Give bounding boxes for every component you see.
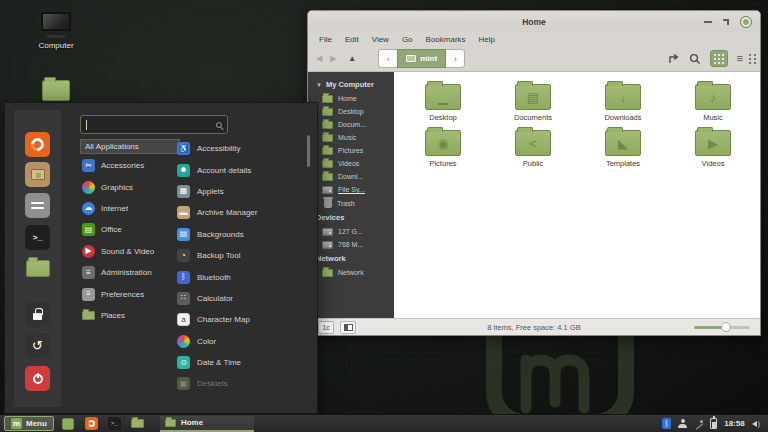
category-accessories[interactable]: ✂Accessories (82, 155, 177, 176)
breadcrumb-next-button[interactable]: › (446, 49, 465, 68)
terminal-favorite-button[interactable]: >_ (25, 225, 50, 250)
folder-emblem: ▁ (426, 85, 460, 109)
sidebar-item-videos[interactable]: Videos (308, 157, 394, 170)
maximize-button[interactable] (723, 19, 729, 25)
category-administration[interactable]: ≡Administration (82, 262, 177, 283)
app-color[interactable]: Color (177, 331, 307, 352)
category-sound-video[interactable]: ▶Sound & Video (82, 241, 177, 262)
category-all-applications[interactable]: All Applications (80, 139, 180, 154)
app-account-details[interactable]: ☻Account details (177, 159, 307, 180)
zoom-slider-knob[interactable] (721, 322, 731, 332)
sidebar-item-pictures[interactable]: Pictures (308, 144, 394, 157)
firefox-launcher[interactable] (83, 416, 100, 431)
file-view[interactable]: ▁Desktop▤Documents↓Downloads♪Music◉Pictu… (394, 72, 760, 318)
folder-item-videos[interactable]: ▶Videos (668, 126, 758, 172)
status-bar: 1c 8 items, Free space: 4.1 GB (308, 318, 760, 335)
volume-icon[interactable]: ) (752, 420, 760, 427)
folder-icon: ◣ (605, 130, 641, 156)
list-view-button[interactable]: ≡ (737, 53, 743, 64)
folder-item-downloads[interactable]: ↓Downloads (578, 80, 668, 126)
app-calculator[interactable]: ∷Calculator (177, 288, 307, 309)
folder-emblem: ◉ (426, 131, 460, 155)
app-archive-manager[interactable]: ▬Archive Manager (177, 202, 307, 223)
up-icon[interactable]: ▲ (348, 54, 356, 63)
search-icon[interactable] (689, 53, 701, 65)
sidebar-item-file-sy[interactable]: File Sy... (308, 183, 394, 196)
lock-screen-favorite-button[interactable] (25, 302, 50, 327)
expander-icon[interactable]: ▼ (316, 82, 322, 88)
app-backgrounds[interactable]: ▤Backgrounds (177, 224, 307, 245)
app-label: Backup Tool (197, 251, 240, 260)
shutdown-favorite-button[interactable] (25, 366, 50, 391)
terminal-launcher[interactable]: >_ (106, 416, 123, 431)
desktop-icon-home-folder[interactable] (24, 76, 88, 101)
app-backup-tool[interactable]: ◔Backup Tool (177, 245, 307, 266)
sidebar-item-docum[interactable]: Docum... (308, 118, 394, 131)
sidebar-item-downl[interactable]: Downl... (308, 170, 394, 183)
files-launcher[interactable] (129, 416, 146, 431)
breadcrumb-prev-button[interactable]: ‹ (378, 49, 397, 68)
menubar-item-view[interactable]: View (366, 35, 395, 44)
folder-emblem: ▶ (696, 131, 730, 155)
taskbar-window-button[interactable]: Home (160, 416, 254, 432)
network-icon[interactable] (694, 419, 703, 428)
sidebar-item-home[interactable]: Home (308, 92, 394, 105)
folder-item-pictures[interactable]: ◉Pictures (398, 126, 488, 172)
category-preferences[interactable]: ≡Preferences (82, 283, 177, 304)
sidebar-item-network[interactable]: Network (308, 266, 394, 279)
clock[interactable]: 18:58 (724, 419, 744, 428)
folder-item-documents[interactable]: ▤Documents (488, 80, 578, 126)
app-accessibility[interactable]: ♿Accessibility (177, 138, 307, 159)
sidebar-item-127-g[interactable]: 127 G... (308, 225, 394, 238)
scrollbar-thumb[interactable] (307, 135, 310, 167)
desktop-icon-computer[interactable]: Computer (24, 12, 88, 50)
zoom-slider[interactable] (694, 326, 750, 329)
menu-button[interactable]: m Menu (4, 416, 54, 431)
app-character-map[interactable]: áCharacter Map (177, 309, 307, 330)
bluetooth-icon[interactable]: ᛒ (662, 418, 671, 429)
show-desktop-launcher[interactable] (60, 416, 77, 431)
sidebar-item-desktop[interactable]: Desktop (308, 105, 394, 118)
search-input[interactable] (80, 115, 228, 134)
folder-label: Public (523, 159, 543, 168)
menubar-item-help[interactable]: Help (473, 35, 501, 44)
breadcrumb-current-button[interactable]: mint (397, 49, 446, 68)
folder-item-desktop[interactable]: ▁Desktop (398, 80, 488, 126)
app-date-time[interactable]: ⊙Date & Time (177, 352, 307, 373)
folder-item-templates[interactable]: ◣Templates (578, 126, 668, 172)
folder-item-music[interactable]: ♪Music (668, 80, 758, 126)
bluetooth-icon: ᛒ (177, 271, 190, 284)
category-internet[interactable]: ☁Internet (82, 198, 177, 219)
app-desklets[interactable]: ▣Desklets (177, 373, 307, 394)
titlebar[interactable]: Home (308, 11, 760, 32)
category-places[interactable]: Places (82, 305, 177, 326)
sidebar-item-trash[interactable]: Trash (308, 196, 394, 210)
close-button[interactable] (740, 16, 752, 28)
category-graphics[interactable]: Graphics (82, 176, 177, 197)
firefox-icon (28, 135, 46, 153)
category-label: Office (101, 225, 122, 234)
icon-view-button[interactable] (710, 50, 728, 67)
user-applet-icon[interactable] (678, 419, 687, 428)
menubar-item-file[interactable]: File (313, 35, 338, 44)
menubar-item-bookmarks[interactable]: Bookmarks (420, 35, 472, 44)
sidebar-item-768-m[interactable]: 768 M... (308, 238, 394, 251)
firefox-favorite-button[interactable] (25, 132, 50, 157)
folder-item-public[interactable]: <Public (488, 126, 578, 172)
app-applets[interactable]: ▦Applets (177, 181, 307, 202)
folder-icon (322, 160, 333, 168)
files-favorite-button[interactable] (25, 256, 50, 281)
edit-location-icon[interactable] (668, 53, 680, 64)
category-office[interactable]: ▤Office (82, 219, 177, 240)
battery-icon[interactable] (710, 418, 717, 429)
app-bluetooth[interactable]: ᛒBluetooth (177, 266, 307, 287)
system-settings-favorite-button[interactable] (25, 193, 50, 218)
forward-icon[interactable]: ▶ (330, 54, 336, 63)
menubar-item-go[interactable]: Go (396, 35, 419, 44)
minimize-button[interactable] (704, 21, 712, 23)
sidebar-item-music[interactable]: Music (308, 131, 394, 144)
back-icon[interactable]: ◀ (316, 54, 322, 63)
software-manager-favorite-button[interactable] (25, 162, 50, 187)
logout-favorite-button[interactable]: ↺ (25, 333, 50, 358)
menubar-item-edit[interactable]: Edit (339, 35, 365, 44)
